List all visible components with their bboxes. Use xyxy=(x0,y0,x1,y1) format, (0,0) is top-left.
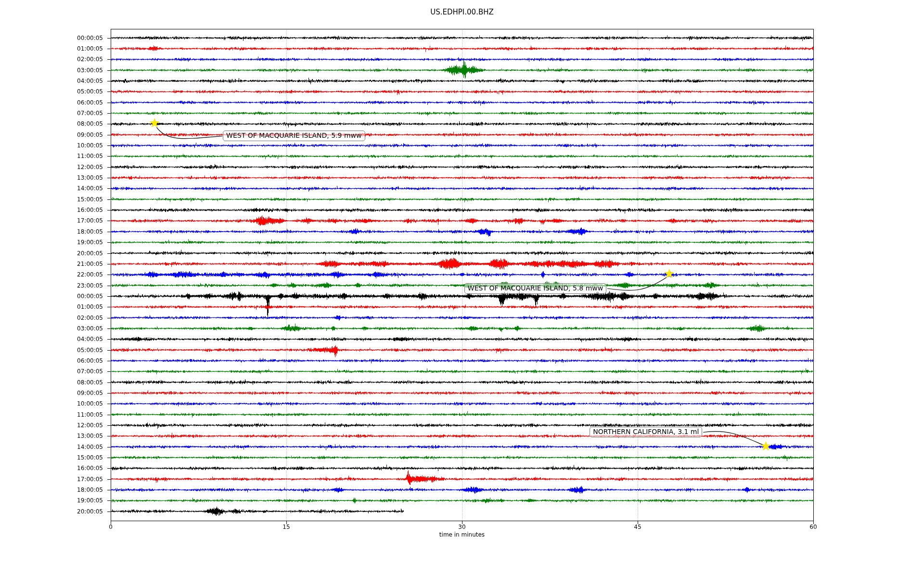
event-annotation-macquarie-58: WEST OF MACQUARIE ISLAND, 5.8 mww xyxy=(464,283,606,294)
y-tick-label: 16:00:05 xyxy=(0,207,103,213)
y-tick-label: 06:00:05 xyxy=(0,99,103,106)
y-tick-label: 23:00:05 xyxy=(0,282,103,289)
x-axis-title: time in minutes xyxy=(111,531,813,538)
x-tick-label: 45 xyxy=(623,524,652,530)
y-tick-label: 14:00:05 xyxy=(0,185,103,192)
y-tick-label: 04:00:05 xyxy=(0,78,103,84)
y-tick-label: 16:00:05 xyxy=(0,465,103,472)
y-tick-label: 15:00:05 xyxy=(0,454,103,461)
y-tick-label: 21:00:05 xyxy=(0,261,103,267)
y-tick-label: 14:00:05 xyxy=(0,444,103,450)
y-tick-label: 17:00:05 xyxy=(0,476,103,483)
y-tick-label: 07:00:05 xyxy=(0,368,103,375)
y-tick-label: 01:00:05 xyxy=(0,45,103,52)
y-tick-label: 06:00:05 xyxy=(0,357,103,364)
seismogram-canvas xyxy=(0,0,924,578)
y-tick-label: 20:00:05 xyxy=(0,250,103,257)
y-tick-label: 12:00:05 xyxy=(0,422,103,429)
y-tick-label: 02:00:05 xyxy=(0,315,103,321)
y-tick-label: 08:00:05 xyxy=(0,379,103,386)
x-tick-label: 0 xyxy=(96,524,125,530)
y-tick-label: 11:00:05 xyxy=(0,153,103,159)
y-tick-label: 03:00:05 xyxy=(0,67,103,74)
y-tick-label: 09:00:05 xyxy=(0,390,103,396)
y-tick-label: 05:00:05 xyxy=(0,88,103,95)
x-tick-label: 60 xyxy=(799,524,828,530)
event-annotation-northern-california: NORTHERN CALIFORNIA, 3.1 ml xyxy=(590,427,702,437)
y-tick-label: 18:00:05 xyxy=(0,228,103,235)
y-tick-label: 10:00:05 xyxy=(0,142,103,149)
event-annotation-macquarie-59: WEST OF MACQUARIE ISLAND, 5.9 mww xyxy=(223,131,365,141)
y-tick-label: 04:00:05 xyxy=(0,336,103,342)
y-tick-label: 03:00:05 xyxy=(0,325,103,332)
x-tick-label: 15 xyxy=(272,524,301,530)
y-tick-label: 13:00:05 xyxy=(0,433,103,439)
y-tick-label: 00:00:05 xyxy=(0,293,103,300)
y-tick-label: 07:00:05 xyxy=(0,110,103,117)
y-tick-label: 02:00:05 xyxy=(0,56,103,63)
y-tick-label: 13:00:05 xyxy=(0,174,103,181)
seismogram-dayplot: US.EDHPI.00.BHZ 00:00:0501:00:0502:00:05… xyxy=(0,0,924,578)
y-tick-label: 00:00:05 xyxy=(0,35,103,41)
y-tick-label: 08:00:05 xyxy=(0,120,103,127)
y-tick-label: 12:00:05 xyxy=(0,164,103,171)
event-star-icon: ★ xyxy=(664,267,675,280)
y-tick-label: 19:00:05 xyxy=(0,497,103,504)
y-tick-label: 18:00:05 xyxy=(0,486,103,493)
y-tick-label: 22:00:05 xyxy=(0,271,103,278)
event-star-icon: ★ xyxy=(760,440,771,452)
y-tick-label: 05:00:05 xyxy=(0,347,103,354)
plot-title: US.EDHPI.00.BHZ xyxy=(111,8,813,16)
y-tick-label: 11:00:05 xyxy=(0,411,103,418)
y-tick-label: 15:00:05 xyxy=(0,196,103,203)
y-tick-label: 10:00:05 xyxy=(0,400,103,407)
event-star-icon: ★ xyxy=(149,117,160,129)
y-tick-label: 20:00:05 xyxy=(0,508,103,515)
y-tick-label: 01:00:05 xyxy=(0,303,103,310)
y-tick-label: 19:00:05 xyxy=(0,239,103,246)
y-tick-label: 17:00:05 xyxy=(0,217,103,224)
y-tick-label: 09:00:05 xyxy=(0,131,103,138)
x-tick-label: 30 xyxy=(448,524,476,530)
